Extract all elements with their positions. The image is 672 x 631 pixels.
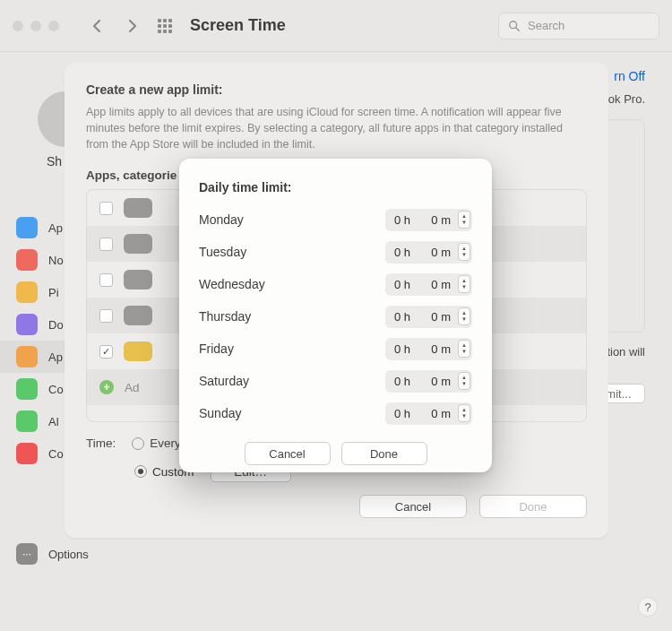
stepper[interactable]: ▲▼: [458, 275, 470, 293]
app-icon: [16, 346, 38, 367]
svg-line-1: [516, 27, 519, 30]
forward-button[interactable]: [120, 13, 145, 39]
app-icon: [16, 314, 38, 335]
options-label: Options: [48, 548, 89, 561]
checkbox-checked[interactable]: ✓: [99, 345, 113, 359]
time-label: Time:: [86, 437, 116, 450]
category-icon: [124, 198, 152, 218]
minutes-value: 0 m: [431, 246, 451, 259]
help-label: ?: [644, 601, 650, 614]
radio-selected-icon: [134, 465, 147, 478]
minutes-value: 0 m: [431, 407, 451, 420]
app-icon: [16, 443, 38, 464]
sidebar-item-label: Co: [48, 447, 64, 461]
sheet-description: App limits apply to all devices that are…: [86, 104, 583, 152]
dialog-footer: Cancel Done: [199, 442, 472, 465]
day-label: Monday: [199, 212, 244, 227]
hours-value: 0 h: [394, 407, 410, 420]
day-label: Thursday: [199, 309, 251, 324]
day-label: Friday: [199, 341, 234, 356]
app-icon: [16, 217, 38, 238]
sidebar-item-label: Do: [48, 318, 64, 332]
time-field[interactable]: 0 h 0 m ▲▼: [385, 370, 472, 393]
day-label: Sunday: [199, 406, 241, 420]
every-day-radio[interactable]: Every: [132, 437, 181, 450]
toolbar: Screen Time Search: [0, 0, 672, 52]
search-input[interactable]: Search: [498, 13, 659, 39]
app-icon: [16, 378, 38, 400]
minimize-window-button[interactable]: [30, 21, 41, 31]
stepper[interactable]: ▲▼: [458, 404, 470, 422]
options-button[interactable]: ··· Options: [16, 543, 172, 565]
category-icon: [124, 270, 152, 290]
category-icon: [124, 306, 152, 325]
stepper[interactable]: ▲▼: [458, 307, 470, 325]
app-icon: [16, 249, 38, 271]
nav-arrows: [84, 13, 145, 39]
sidebar-item-label: Al: [48, 415, 59, 428]
minutes-value: 0 m: [431, 342, 451, 356]
time-field[interactable]: 0 h 0 m ▲▼: [385, 241, 472, 264]
minutes-value: 0 m: [431, 213, 451, 227]
app-icon: [16, 281, 38, 303]
category-icon: [124, 341, 152, 361]
back-button[interactable]: [84, 13, 109, 39]
sidebar-item-label: Co: [48, 383, 64, 396]
app-icon: [16, 411, 38, 432]
close-window-button[interactable]: [13, 21, 23, 31]
day-row-saturday: Saturday 0 h 0 m ▲▼: [199, 365, 472, 397]
hours-value: 0 h: [394, 310, 410, 324]
time-field[interactable]: 0 h 0 m ▲▼: [385, 402, 472, 425]
hours-value: 0 h: [394, 375, 410, 388]
hours-value: 0 h: [394, 278, 410, 291]
search-placeholder: Search: [528, 19, 564, 32]
window-controls: [13, 21, 59, 31]
search-icon: [508, 20, 521, 32]
category-icon: [124, 234, 152, 254]
sidebar-item-label: Ap: [48, 221, 63, 235]
day-row-monday: Monday 0 h 0 m ▲▼: [199, 203, 472, 236]
day-row-wednesday: Wednesday 0 h 0 m ▲▼: [199, 268, 472, 300]
daily-time-limit-dialog: Daily time limit: Monday 0 h 0 m ▲▼ Tues…: [179, 159, 492, 472]
minutes-value: 0 m: [431, 278, 451, 291]
checkbox[interactable]: [99, 238, 113, 251]
cancel-button[interactable]: Cancel: [245, 442, 331, 465]
sidebar-item-label: Ap: [48, 350, 63, 364]
day-label: Saturday: [199, 374, 249, 388]
minutes-value: 0 m: [431, 375, 451, 388]
day-row-friday: Friday 0 h 0 m ▲▼: [199, 333, 472, 365]
time-field[interactable]: 0 h 0 m ▲▼: [385, 273, 472, 296]
time-field[interactable]: 0 h 0 m ▲▼: [385, 306, 472, 328]
dialog-title: Daily time limit:: [199, 180, 472, 194]
time-field[interactable]: 0 h 0 m ▲▼: [385, 338, 472, 360]
hours-value: 0 h: [394, 246, 410, 259]
sheet-title: Create a new app limit:: [86, 82, 587, 97]
day-row-sunday: Sunday 0 h 0 m ▲▼: [199, 397, 472, 429]
radio-icon: [132, 437, 144, 450]
plus-icon: +: [99, 380, 114, 394]
stepper[interactable]: ▲▼: [458, 211, 470, 229]
day-row-thursday: Thursday 0 h 0 m ▲▼: [199, 300, 472, 333]
stepper[interactable]: ▲▼: [458, 243, 470, 261]
day-label: Tuesday: [199, 245, 246, 259]
cancel-button[interactable]: Cancel: [359, 495, 467, 518]
stepper[interactable]: ▲▼: [458, 372, 470, 390]
sheet-footer: Cancel Done: [359, 495, 587, 518]
done-button[interactable]: Done: [341, 442, 427, 465]
time-field[interactable]: 0 h 0 m ▲▼: [385, 209, 472, 231]
zoom-window-button[interactable]: [48, 21, 59, 31]
sidebar-item-label: No: [48, 254, 64, 267]
checkbox[interactable]: [99, 273, 113, 287]
help-button[interactable]: ?: [638, 597, 658, 617]
hours-value: 0 h: [394, 213, 410, 227]
ellipsis-icon: ···: [16, 543, 38, 565]
checkbox[interactable]: [99, 202, 113, 215]
day-row-tuesday: Tuesday 0 h 0 m ▲▼: [199, 236, 472, 268]
stepper[interactable]: ▲▼: [458, 340, 470, 358]
hours-value: 0 h: [394, 342, 410, 356]
done-button[interactable]: Done: [479, 495, 587, 518]
day-rows: Monday 0 h 0 m ▲▼ Tuesday 0 h 0 m ▲▼ Wed…: [199, 203, 472, 429]
add-label: Ad: [125, 381, 140, 394]
checkbox[interactable]: [99, 309, 113, 323]
apps-grid-icon[interactable]: [158, 19, 172, 33]
